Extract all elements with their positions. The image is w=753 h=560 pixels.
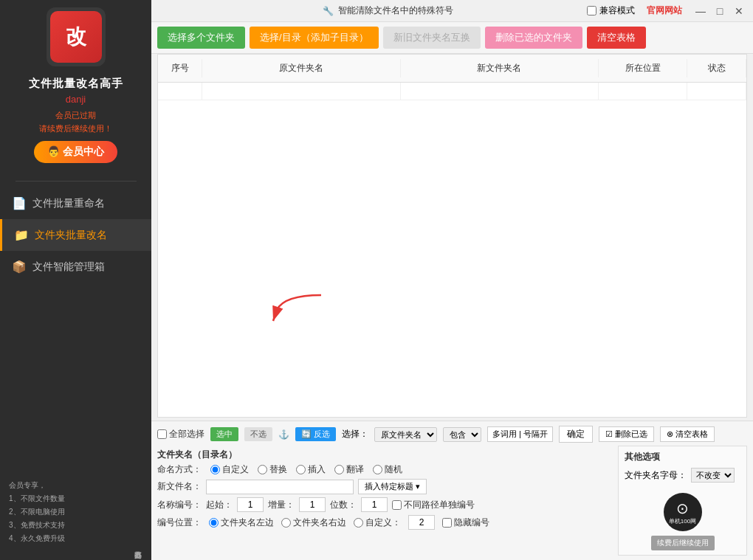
other-options-panel: 其他选项 文件夹名字母： 不改变 ⊙ 单机100网 续费后继续使用 xyxy=(618,446,747,556)
increment-label: 增量： xyxy=(268,499,295,511)
delete-folders-button[interactable]: 删除已选的文件夹 xyxy=(485,27,582,49)
diff-path-label[interactable]: 不同路径单独编号 xyxy=(392,499,475,511)
deselect-icon: ⚓ xyxy=(278,429,289,440)
pos-right-radio[interactable] xyxy=(281,518,291,528)
file-manager-icon: 📦 xyxy=(12,260,27,274)
new-filename-row: 新文件名： 插入特定标题 ▾ xyxy=(157,479,612,494)
select-field-dropdown[interactable]: 原文件夹名 xyxy=(374,427,437,442)
digits-input[interactable] xyxy=(361,497,388,512)
sidebar-bottom: 会员专享， 1、不限文件数量 2、不限电脑使用 3、免费技术支持 4、永久免费升… xyxy=(0,471,151,553)
position-row: 编号位置： 文件夹名左边 文件夹名右边 自定义： xyxy=(157,515,612,530)
naming-panel: 文件夹名（目录名） 命名方式： 自定义 替换 插入 xyxy=(157,446,612,556)
sidebar-item-file-manager[interactable]: 📦 文件智能管理箱 xyxy=(0,251,151,283)
select-dir-button[interactable]: 选择/目录（添加子目录） xyxy=(250,27,379,49)
other-options-title: 其他选项 xyxy=(625,451,740,463)
naming-insert-radio[interactable] xyxy=(296,465,306,474)
col-original: 原文件夹名 xyxy=(202,59,401,77)
compat-mode: 兼容模式 xyxy=(587,4,635,17)
compat-label: 兼容模式 xyxy=(599,4,635,17)
sidebar-item-file-rename-label: 文件批量重命名 xyxy=(32,197,105,210)
titlebar: 🔧 智能清除文件名中的特殊符号 兼容模式 官网网站 — □ ✕ xyxy=(151,0,753,22)
serial-row: 名称编号： 起始： 增量： 位数： 不同路径单独编号 xyxy=(157,497,612,512)
delete-selected-button[interactable]: ☑ 删除已选 xyxy=(599,426,654,442)
hide-serial-label[interactable]: 隐藏编号 xyxy=(442,516,489,529)
main-area: 🔧 智能清除文件名中的特殊符号 兼容模式 官网网站 — □ ✕ 选择多个文件夹 … xyxy=(151,0,753,560)
new-filename-input[interactable] xyxy=(206,480,354,494)
select-folders-button[interactable]: 选择多个文件夹 xyxy=(157,27,245,49)
reverse-button[interactable]: 🔄 反选 xyxy=(295,427,336,441)
file-name-char-select[interactable]: 不改变 xyxy=(691,468,735,483)
hint-text: 智能清除文件名中的特殊符号 xyxy=(338,4,453,17)
sidebar-item-folder-rename-label: 文件夹批量改名 xyxy=(35,229,107,242)
website-link[interactable]: 官网网站 xyxy=(647,4,682,17)
compat-checkbox[interactable] xyxy=(587,6,596,15)
table-row xyxy=(158,83,746,100)
swap-button: 新旧文件夹名互换 xyxy=(383,27,481,49)
naming-label: 命名方式： xyxy=(157,463,202,476)
continue-button: 续费后继续使用 xyxy=(651,536,715,550)
naming-custom-radio[interactable] xyxy=(210,465,220,474)
file-name-char-label: 文件夹名字母： xyxy=(625,469,687,482)
close-button[interactable]: ✕ xyxy=(732,4,746,18)
folder-rename-icon: 📁 xyxy=(14,228,29,242)
file-rename-icon: 📄 xyxy=(12,196,27,210)
naming-random[interactable]: 随机 xyxy=(373,463,402,476)
naming-translate[interactable]: 翻译 xyxy=(334,463,364,476)
select-label: 选择： xyxy=(342,428,368,440)
clear-table-toolbar-button[interactable]: 清空表格 xyxy=(587,27,646,49)
sidebar-item-folder-rename[interactable]: 📁 文件夹批量改名 xyxy=(0,219,151,251)
start-input[interactable] xyxy=(237,497,264,512)
table-header: 序号 原文件夹名 新文件夹名 所在位置 状态 xyxy=(158,55,746,83)
maximize-button[interactable]: □ xyxy=(713,4,726,18)
multiword-button[interactable]: 多词用 | 号隔开 xyxy=(487,426,553,442)
titlebar-right: 兼容模式 官网网站 — □ ✕ xyxy=(587,4,746,18)
increment-input[interactable] xyxy=(299,497,326,512)
clear-table-button[interactable]: ⊗ 清空表格 xyxy=(660,426,715,442)
deselect-button[interactable]: 不选 xyxy=(244,427,272,441)
minimize-button[interactable]: — xyxy=(694,4,707,18)
col-status: 状态 xyxy=(687,59,746,77)
confirm-button[interactable]: 确定 xyxy=(559,426,593,443)
digits-label: 位数： xyxy=(330,499,357,511)
dropdown-arrow-icon: ▾ xyxy=(416,482,420,491)
naming-custom[interactable]: 自定义 xyxy=(210,463,249,476)
select-all-label[interactable]: 全部选择 xyxy=(157,428,204,440)
naming-random-radio[interactable] xyxy=(373,465,382,474)
pos-left[interactable]: 文件夹名左边 xyxy=(209,516,274,529)
pos-custom-input[interactable] xyxy=(408,515,435,530)
bottom-panel: 全部选择 选中 不选 ⚓ 🔄 反选 选择： 原文件夹名 包含 多词用 | 号隔开… xyxy=(151,421,753,560)
hide-serial-checkbox[interactable] xyxy=(442,518,452,528)
reverse-icon: 🔄 xyxy=(301,429,312,438)
table-body xyxy=(158,83,746,417)
naming-insert[interactable]: 插入 xyxy=(296,463,326,476)
checkbox-icon: ☑ xyxy=(605,429,613,439)
pos-right[interactable]: 文件夹名右边 xyxy=(281,516,346,529)
sidebar-item-file-rename[interactable]: 📄 文件批量重命名 xyxy=(0,187,151,219)
pos-custom-radio[interactable] xyxy=(354,518,363,528)
logo-icon: 改 xyxy=(50,11,102,63)
pos-custom[interactable]: 自定义： xyxy=(354,516,401,529)
clear-icon: ⊗ xyxy=(667,429,673,439)
serial-label: 名称编号： xyxy=(157,499,202,511)
username: danji xyxy=(66,94,86,105)
naming-method-row: 命名方式： 自定义 替换 插入 翻译 xyxy=(157,463,612,476)
naming-translate-radio[interactable] xyxy=(334,465,344,474)
select-button[interactable]: 选中 xyxy=(210,427,238,441)
naming-replace[interactable]: 替换 xyxy=(258,463,287,476)
diff-path-checkbox[interactable] xyxy=(392,500,402,510)
app-title: 文件批量改名高手 xyxy=(29,77,123,91)
select-condition-dropdown[interactable]: 包含 xyxy=(443,427,481,442)
col-seq: 序号 xyxy=(158,59,202,77)
naming-replace-radio[interactable] xyxy=(258,465,267,474)
pos-left-radio[interactable] xyxy=(209,518,219,528)
insert-title-button[interactable]: 插入特定标题 ▾ xyxy=(358,479,427,494)
toolbar: 选择多个文件夹 选择/目录（添加子目录） 新旧文件夹名互换 删除已选的文件夹 清… xyxy=(151,22,753,54)
danji-logo-ring: ⊙ xyxy=(676,499,689,517)
danji-section: ⊙ 单机100网 续费后继续使用 xyxy=(625,493,740,550)
expired-notice: 会员已过期 请续费后继续使用！ xyxy=(39,109,112,135)
select-all-checkbox[interactable] xyxy=(157,429,167,439)
position-label: 编号位置： xyxy=(157,516,202,529)
sidebar-features: 会员专享， 1、不限文件数量 2、不限电脑使用 3、免费技术支持 4、永久免费升… xyxy=(9,479,126,545)
member-center-button[interactable]: 👨 会员中心 xyxy=(34,141,117,163)
app-logo: 改 xyxy=(47,7,106,66)
